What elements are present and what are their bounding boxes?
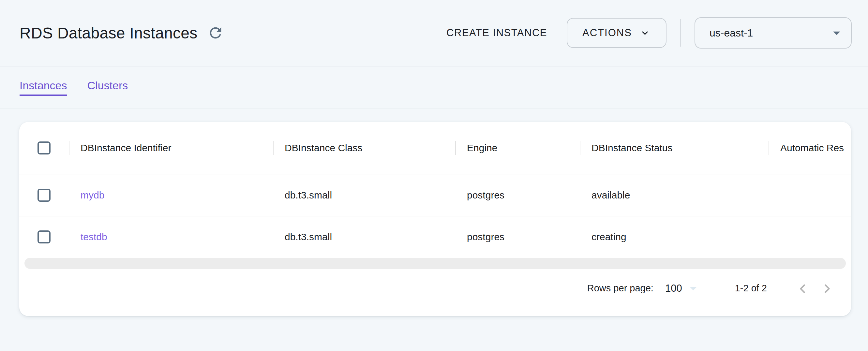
arrow-drop-down-icon — [828, 25, 845, 41]
page-title: RDS Database Instances — [20, 24, 197, 42]
next-page-button[interactable] — [819, 281, 835, 296]
row-select-cell — [19, 230, 69, 244]
actions-button[interactable]: ACTIONS — [567, 18, 666, 48]
column-separator — [455, 141, 456, 155]
cell-dbinstance-class: db.t3.small — [273, 231, 455, 243]
column-header-dbinstance-identifier[interactable]: DBInstance Identifier — [69, 141, 273, 155]
column-separator — [769, 141, 769, 155]
rds-page: RDS Database Instances CREATE INSTANCE A… — [0, 0, 868, 351]
column-header-automatic-res[interactable]: Automatic Res — [769, 141, 851, 155]
column-separator — [580, 141, 580, 155]
column-header-dbinstance-class[interactable]: DBInstance Class — [273, 141, 455, 155]
column-header-dbinstance-status[interactable]: DBInstance Status — [580, 141, 769, 155]
previous-page-button[interactable] — [795, 281, 811, 296]
cell-dbinstance-status: creating — [580, 231, 769, 243]
table-row: mydb db.t3.small postgres available — [19, 174, 851, 216]
cell-dbinstance-status: available — [580, 190, 769, 201]
column-header-engine[interactable]: Engine — [455, 141, 580, 155]
tab-instances[interactable]: Instances — [20, 79, 67, 96]
app-header: RDS Database Instances CREATE INSTANCE A… — [0, 0, 868, 66]
column-separator — [273, 141, 274, 155]
table-header-row: DBInstance Identifier DBInstance Class E… — [19, 122, 851, 174]
arrow-drop-down-icon — [685, 281, 701, 296]
refresh-button[interactable] — [206, 24, 225, 42]
row-checkbox[interactable] — [37, 189, 51, 202]
actions-button-label: ACTIONS — [582, 27, 632, 39]
pagination-nav — [795, 281, 835, 296]
create-instance-button[interactable]: CREATE INSTANCE — [446, 27, 547, 39]
pagination-range-label: 1-2 of 2 — [735, 283, 767, 294]
chevron-down-icon — [639, 27, 651, 39]
row-checkbox[interactable] — [37, 230, 51, 244]
cell-dbinstance-identifier[interactable]: mydb — [69, 190, 273, 201]
row-select-cell — [19, 189, 69, 202]
select-all-cell — [19, 141, 69, 155]
region-select[interactable]: us-east-1 — [694, 17, 852, 49]
rows-per-page-label: Rows per page: — [587, 283, 653, 294]
rows-per-page-value: 100 — [665, 283, 682, 294]
cell-dbinstance-class: db.t3.small — [273, 190, 455, 201]
pagination-bar: Rows per page: 100 1-2 of 2 — [19, 269, 851, 316]
tab-bar: Instances Clusters — [0, 66, 868, 109]
chevron-right-icon — [820, 281, 834, 296]
chevron-left-icon — [796, 281, 810, 296]
header-divider — [680, 19, 681, 46]
rows-per-page-select[interactable]: 100 — [665, 281, 701, 296]
table-row: testdb db.t3.small postgres creating — [19, 216, 851, 257]
horizontal-scrollbar[interactable] — [25, 258, 846, 269]
cell-engine: postgres — [455, 190, 580, 201]
select-all-checkbox[interactable] — [37, 141, 51, 155]
column-separator — [69, 141, 69, 155]
content-area: DBInstance Identifier DBInstance Class E… — [0, 109, 868, 351]
region-select-value: us-east-1 — [710, 27, 828, 39]
cell-dbinstance-identifier[interactable]: testdb — [69, 231, 273, 243]
refresh-icon — [207, 25, 224, 41]
tab-clusters[interactable]: Clusters — [87, 79, 128, 96]
cell-engine: postgres — [455, 231, 580, 243]
instances-table-card: DBInstance Identifier DBInstance Class E… — [19, 122, 851, 316]
